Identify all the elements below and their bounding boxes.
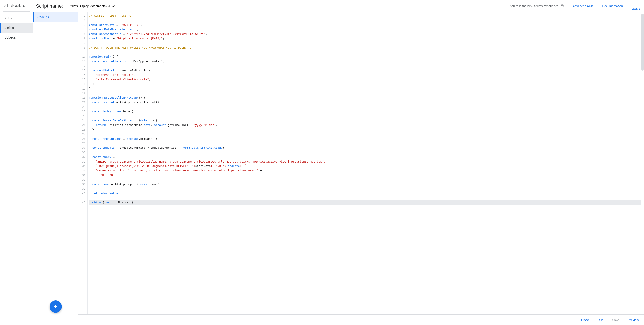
code-line[interactable]: return Utilities.formatDate(date, accoun… xyxy=(89,123,641,128)
code-line[interactable]: const startDate = "2023-03-16"; xyxy=(89,23,641,28)
code-editor[interactable]: 1 2 3 4 5 6 7 8 9 10 11 12 13 14 15 16 1… xyxy=(78,12,644,325)
code-line[interactable]: ); xyxy=(89,82,641,86)
code-line[interactable] xyxy=(89,41,641,46)
code-line[interactable] xyxy=(89,132,641,137)
code-line[interactable]: const accountSelector = MccApp.accounts(… xyxy=(89,59,641,64)
code-line[interactable]: function processClientAccount() { xyxy=(89,96,641,100)
code-line[interactable] xyxy=(89,114,641,118)
code-line[interactable]: `ORDER BY metrics.clicks DESC, metrics.c… xyxy=(89,168,641,173)
file-tab-code-gs[interactable]: Code.gs xyxy=(33,12,78,22)
code-line[interactable]: let returnValue = []; xyxy=(89,191,641,196)
expand-icon xyxy=(634,2,638,6)
code-line[interactable] xyxy=(89,186,641,191)
script-name-label: Script name: xyxy=(36,3,63,9)
help-icon[interactable]: ? xyxy=(560,4,564,8)
code-line[interactable]: const tabName = "Display Placements [DAT… xyxy=(89,36,641,41)
code-line[interactable]: const today = new Date(); xyxy=(89,109,641,114)
fab-new[interactable]: + xyxy=(50,300,62,313)
experience-info: You're in the new scripts experience ? xyxy=(510,4,564,8)
code-line[interactable] xyxy=(89,64,641,68)
code-line[interactable]: const endDateOverride = null; xyxy=(89,27,641,32)
code-line[interactable]: // DON'T TOUCH THE REST UNLESS YOU KNOW … xyxy=(89,46,641,50)
code-line[interactable]: function main() { xyxy=(89,54,641,59)
script-name-input[interactable] xyxy=(66,2,141,10)
sidebar-item-uploads[interactable]: Uploads xyxy=(0,33,33,42)
bottom-bar: Close Run Save Preview xyxy=(78,314,644,325)
code-line[interactable]: accountSelector.executeInParallel( xyxy=(89,68,641,73)
code-line[interactable] xyxy=(89,141,641,146)
run-button[interactable]: Run xyxy=(598,318,604,322)
plus-icon: + xyxy=(54,303,58,310)
code-line[interactable]: `SELECT group_placement_view.display_nam… xyxy=(89,160,641,164)
code-line[interactable]: while (rows.hasNext()) { xyxy=(89,200,641,205)
code-line[interactable]: } xyxy=(89,86,641,91)
code-line[interactable] xyxy=(89,105,641,109)
code-line[interactable] xyxy=(89,18,641,23)
code-line[interactable]: // CONFIG - EDIT THESE // xyxy=(89,14,641,18)
code-line[interactable]: `FROM group_placement_view WHERE segment… xyxy=(89,164,641,168)
code-line[interactable]: const query = xyxy=(89,155,641,160)
sidebar-item-scripts[interactable]: Scripts xyxy=(0,23,33,33)
expand-button[interactable]: Expand xyxy=(632,2,640,10)
expand-label: Expand xyxy=(632,7,640,10)
close-button[interactable]: Close xyxy=(581,318,589,322)
topbar: Script name: You're in the new scripts e… xyxy=(33,0,644,12)
code-line[interactable]: const rows = AdsApp.report(query).rows()… xyxy=(89,182,641,186)
code-line[interactable]: }; xyxy=(89,128,641,132)
code-line[interactable]: `LIMIT 500`; xyxy=(89,173,641,178)
code-line[interactable]: "afterProcessAllClientAccounts", xyxy=(89,77,641,82)
vertical-scrollbar[interactable] xyxy=(641,14,644,70)
code-line[interactable] xyxy=(89,91,641,96)
code-area[interactable]: // CONFIG - EDIT THESE // const startDat… xyxy=(88,12,644,314)
code-line[interactable] xyxy=(89,178,641,182)
save-button: Save xyxy=(612,318,619,322)
sidebar-header: All bulk actions xyxy=(0,0,33,12)
line-number-gutter: 1 2 3 4 5 6 7 8 9 10 11 12 13 14 15 16 1… xyxy=(78,12,88,314)
code-line[interactable]: "processClientAccount", xyxy=(89,73,641,77)
experience-info-text: You're in the new scripts experience xyxy=(510,4,558,8)
code-line[interactable]: const formatDateAsString = (date) => { xyxy=(89,118,641,123)
sidebar-item-rules[interactable]: Rules xyxy=(0,13,33,23)
code-line[interactable] xyxy=(89,50,641,54)
preview-button[interactable]: Preview xyxy=(628,318,639,322)
code-line[interactable]: const accountName = account.getName(); xyxy=(89,137,641,141)
code-line[interactable] xyxy=(89,150,641,155)
code-line[interactable]: const spreadsheetId = "12K2f5pi77egKbLd8… xyxy=(89,32,641,36)
code-line[interactable]: const account = AdsApp.currentAccount(); xyxy=(89,100,641,105)
code-line[interactable]: const endDate = endDateOverride ? endDat… xyxy=(89,146,641,150)
code-line[interactable] xyxy=(89,196,641,200)
documentation-link[interactable]: Documentation xyxy=(602,4,623,8)
file-panel: Code.gs || + xyxy=(33,12,78,325)
left-sidebar: All bulk actions RulesScriptsUploads xyxy=(0,0,33,325)
advanced-apis-link[interactable]: Advanced APIs xyxy=(572,4,594,8)
